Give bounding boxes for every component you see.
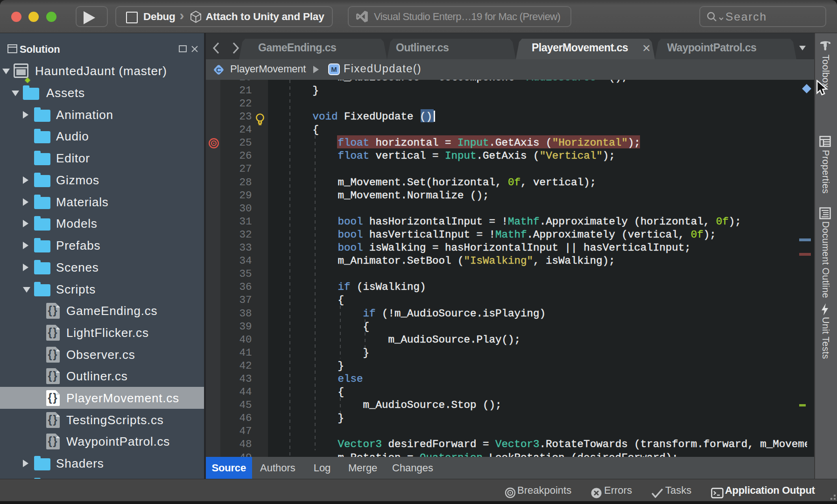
svg-text:C: C bbox=[216, 66, 221, 74]
